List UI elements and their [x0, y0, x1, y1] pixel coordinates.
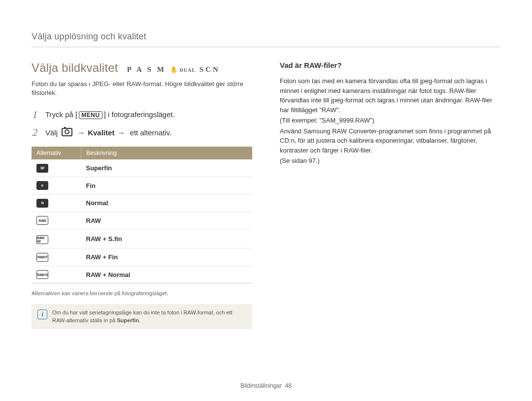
raw-paragraph: Foton som tas med en kamera förvandlas o… — [280, 76, 500, 115]
raw-paragraph: (Se sidan 97.) — [280, 156, 500, 166]
table-row: RAW FRAW + Fin — [32, 248, 252, 266]
info-note: i Om du har valt serietagningsläge kan d… — [32, 304, 252, 329]
menu-button-icon: MENU — [79, 111, 102, 119]
page-header: Välja upplösning och kvalitet — [32, 31, 500, 47]
step-2: 2 Välj →Kvalitet→ ett alternativ. — [32, 126, 252, 139]
quality-option-desc: RAW + Normal — [81, 266, 253, 283]
arrow-icon: → — [117, 128, 125, 137]
quality-option-icon: RAW — [36, 216, 48, 225]
raw-body: Foton som tas med en kamera förvandlas o… — [280, 76, 500, 166]
mode-scn: SCN — [200, 65, 220, 73]
quality-option-desc: RAW + Fin — [81, 248, 253, 266]
step-number: 2 — [32, 126, 38, 139]
step-text-part: Välj — [45, 128, 60, 137]
note-bold: Superfin — [117, 317, 139, 323]
table-row: SFSuperfin — [32, 159, 252, 177]
right-column: Vad är RAW-filer? Foton som tas med en k… — [280, 61, 500, 381]
mode-indicators: P A S M ✋DUAL SCN — [127, 65, 220, 74]
quality-option-icon: RAW F — [36, 253, 48, 262]
quality-option-icon: RAW N — [36, 270, 48, 279]
footer-section: Bildinställningar — [240, 382, 282, 389]
quality-option-desc: Superfin — [81, 159, 253, 177]
camera-icon — [62, 128, 72, 136]
quality-option-icon: RAW SF — [36, 235, 48, 244]
step-text-part: Tryck på [ — [45, 110, 77, 119]
quality-option-icon: F — [36, 181, 48, 190]
raw-paragraph: (Till exempel: "SAM_9999.RAW") — [280, 116, 500, 125]
table-row: NNormal — [32, 194, 252, 212]
note-text: . — [139, 317, 140, 323]
table-footnote: Alternativen kan variera beroende på fot… — [32, 290, 252, 296]
quality-option-desc: RAW — [81, 212, 253, 229]
quality-option-desc: Normal — [81, 194, 253, 212]
table-header-alternativ: Alternativ — [32, 147, 81, 159]
quality-option-icon: SF — [36, 164, 48, 173]
info-icon: i — [37, 309, 47, 319]
quality-options-table: Alternativ Beskrivning SFSuperfinFFinNNo… — [32, 147, 252, 283]
mode-dual: DUAL — [180, 67, 196, 73]
raw-heading: Vad är RAW-filer? — [280, 61, 500, 69]
step-text-part: ett alternativ. — [128, 128, 171, 137]
table-row: RAW SFRAW + S.fin — [32, 229, 252, 248]
kvalitet-label: Kvalitet — [88, 128, 114, 137]
step-1: 1 Tryck på [MENU] i fotograferingsläget. — [32, 108, 252, 121]
step-number: 1 — [32, 108, 38, 121]
step-text-part: ] i fotograferingsläget. — [104, 110, 175, 119]
table-row: RAWRAW — [32, 212, 252, 229]
left-column: Välja bildkvalitet P A S M ✋DUAL SCN Fot… — [32, 61, 252, 381]
table-header-beskrivning: Beskrivning — [81, 147, 253, 159]
raw-paragraph: Använd Samsung RAW Converter-programmet … — [280, 126, 500, 155]
table-row: FFin — [32, 177, 252, 194]
page-footer: Bildinställningar 48 — [0, 382, 532, 389]
mode-hand-icon: ✋ — [170, 66, 180, 73]
quality-option-icon: N — [36, 199, 48, 208]
quality-option-desc: Fin — [81, 177, 253, 194]
lead-paragraph: Foton du tar sparas i JPEG- eller RAW-fo… — [32, 80, 252, 97]
quality-option-desc: RAW + S.fin — [81, 229, 253, 248]
section-title: Välja bildkvalitet — [32, 61, 118, 75]
mode-letters: P A S M — [127, 65, 166, 73]
footer-page-number: 48 — [285, 382, 292, 389]
note-text: Om du har valt serietagningsläge kan du … — [52, 309, 233, 323]
arrow-icon: → — [77, 128, 85, 137]
table-row: RAW NRAW + Normal — [32, 266, 252, 283]
